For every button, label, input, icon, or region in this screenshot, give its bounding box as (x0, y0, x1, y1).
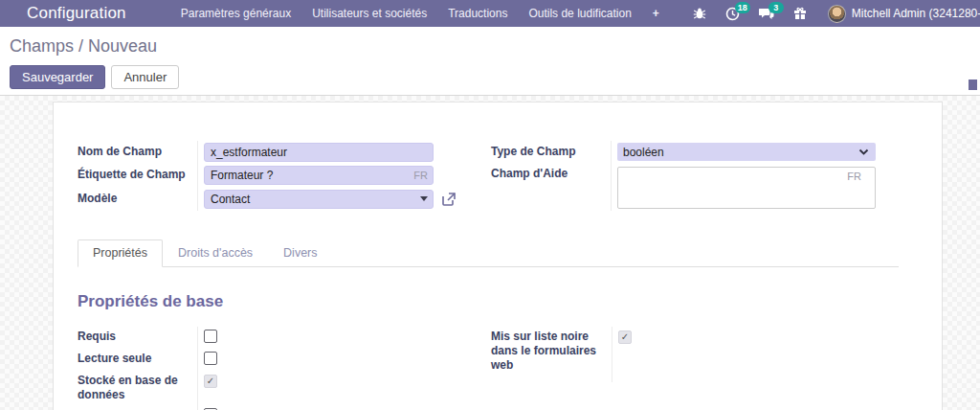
user-avatar (828, 5, 846, 23)
checkbox-group-right: Mis sur liste noire dans le formulaires … (491, 327, 883, 410)
field-name-label: Nom de Champ (78, 141, 197, 164)
breadcrumb[interactable]: Champs / Nouveau (10, 36, 972, 57)
liste-noire-checkbox[interactable]: ✓ (618, 330, 632, 344)
help-label: Champ d'Aide (491, 163, 611, 211)
form-group-left: Nom de Champ Étiquette de Champ FR Modèl… (78, 141, 462, 211)
external-link-icon[interactable] (441, 192, 457, 207)
app-title[interactable]: Configuration (27, 4, 126, 23)
section-title: Propriétés de base (78, 292, 942, 311)
activity-clock-icon[interactable]: 18 (725, 7, 740, 21)
systray: 18 3 (693, 7, 807, 21)
lecture-seule-checkbox[interactable] (204, 352, 217, 365)
checkbox-group-left: Requis Lecture seule Stocké en base de d… (78, 327, 462, 410)
form-group-right: Type de Champ booléen Champ d'Aide FR (491, 141, 883, 211)
field-name-input[interactable] (204, 143, 434, 162)
top-navbar: Configuration Paramètres généraux Utilis… (0, 0, 980, 27)
requis-checkbox[interactable] (204, 330, 217, 343)
messages-count-badge: 3 (768, 2, 784, 13)
chevron-down-icon (858, 147, 869, 160)
field-label-input[interactable] (204, 166, 434, 185)
menu-utilisateurs-societes[interactable]: Utilisateurs et sociétés (303, 1, 435, 26)
save-button[interactable]: Sauvegarder (10, 65, 105, 89)
scrollbar-thumb[interactable] (969, 80, 977, 90)
help-textarea[interactable]: FR (617, 167, 876, 209)
tab-proprietes[interactable]: Propriétés (78, 239, 163, 267)
activity-count-badge: 18 (735, 2, 750, 13)
control-panel: Champs / Nouveau Sauvegarder Annuler (0, 27, 980, 96)
bug-icon[interactable] (693, 7, 706, 20)
field-type-label: Type de Champ (491, 141, 611, 163)
user-menu[interactable]: Mitchell Admin (3241280-13-0-aba0b2-all) (828, 5, 980, 23)
requis-label: Requis (78, 327, 197, 349)
field-type-select[interactable]: booléen (617, 143, 876, 161)
stocke-bdd-label: Stocké en base de données (78, 371, 197, 405)
stocke-bdd-checkbox[interactable]: ✓ (204, 375, 217, 388)
field-label-label: Étiquette de Champ (78, 164, 197, 187)
model-label: Modèle (78, 188, 197, 211)
tab-droits-acces[interactable]: Droits d'accès (163, 239, 268, 267)
plus-icon[interactable]: + (644, 1, 668, 26)
user-name: Mitchell Admin (3241280-13-0-aba0b2-all) (852, 7, 980, 20)
model-select[interactable]: Contact (204, 190, 434, 209)
translation-badge[interactable]: FR (847, 171, 861, 182)
notebook-tabs: Propriétés Droits d'accès Divers (78, 239, 899, 267)
gift-icon[interactable] (793, 7, 807, 20)
content-background: Nom de Champ Étiquette de Champ FR Modèl… (0, 96, 980, 410)
indexe-label: Indexé (78, 405, 197, 410)
menu-outils-ludification[interactable]: Outils de ludification (520, 1, 639, 26)
apps-grid-icon[interactable] (11, 8, 13, 20)
tab-divers[interactable]: Divers (268, 239, 332, 267)
top-menu: Paramètres généraux Utilisateurs et soci… (172, 1, 668, 26)
caret-down-icon (420, 196, 428, 201)
menu-traductions[interactable]: Traductions (439, 1, 516, 26)
messages-icon[interactable]: 3 (759, 7, 774, 20)
lecture-seule-label: Lecture seule (78, 349, 197, 371)
menu-parametres-generaux[interactable]: Paramètres généraux (172, 1, 300, 26)
form-sheet: Nom de Champ Étiquette de Champ FR Modèl… (53, 102, 943, 410)
translation-badge[interactable]: FR (413, 170, 428, 181)
cancel-button[interactable]: Annuler (111, 65, 179, 89)
liste-noire-label: Mis sur liste noire dans le formulaires … (491, 327, 612, 376)
